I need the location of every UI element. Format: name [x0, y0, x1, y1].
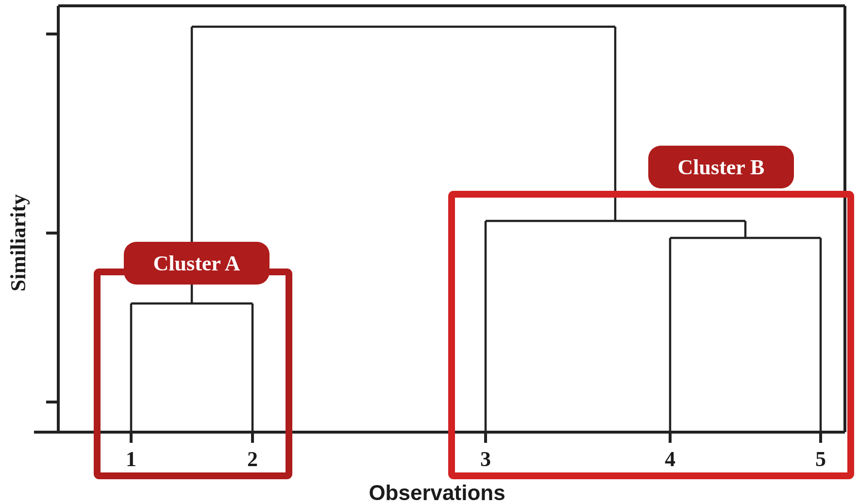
dendrogram-chart: Similiarity Observations 1 2 3: [0, 0, 859, 504]
leaf-5: 5: [815, 447, 826, 471]
dendrogram-svg: Similiarity Observations 1 2 3: [0, 0, 859, 504]
y-ticks: [46, 34, 58, 402]
leaf-1: 1: [126, 447, 136, 471]
cluster-a-badge-text: Cluster A: [153, 252, 240, 275]
dendrogram-lines: [131, 27, 821, 432]
x-axis-label: Observations: [369, 481, 505, 504]
cluster-b-badge-text: Cluster B: [678, 155, 765, 179]
x-ticks: [131, 432, 821, 443]
leaf-2: 2: [247, 447, 258, 471]
leaf-4: 4: [665, 447, 675, 471]
leaf-3: 3: [480, 447, 491, 471]
leaf-labels: 1 2 3 4 5: [126, 447, 826, 471]
y-axis-label: Similiarity: [6, 194, 30, 291]
plot-frame: [34, 6, 845, 432]
